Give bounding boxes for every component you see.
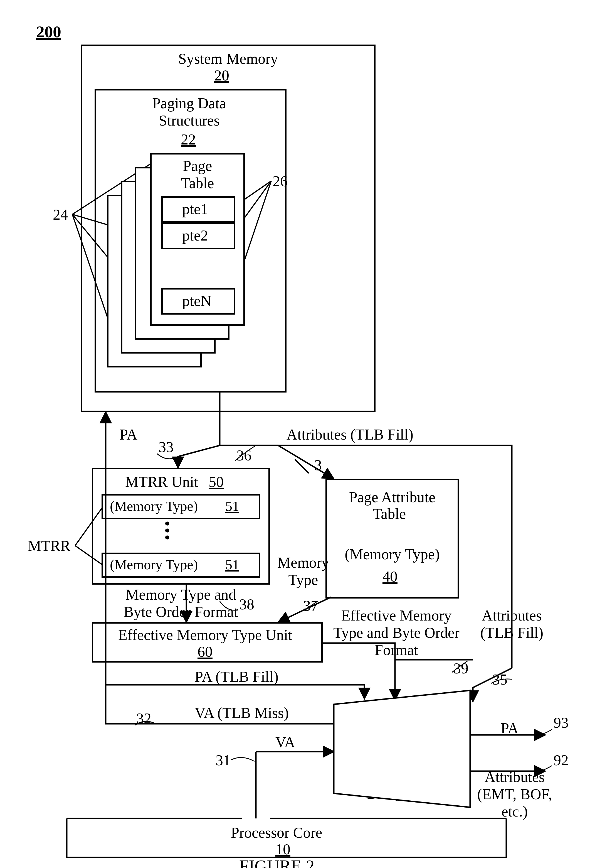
eff-mt-bof-label: Effective Memory Type and Byte Order For…	[331, 607, 462, 658]
mtrr-row-n-label: (Memory Type)	[110, 557, 198, 573]
proc-core-title: Processor Core	[231, 824, 322, 841]
pte1-label: pte1	[182, 201, 208, 218]
ref-26: 26	[272, 173, 288, 190]
emt-unit-title: Effective Memory Type Unit	[118, 626, 292, 644]
ref-34: 34	[384, 695, 399, 712]
pteN-label: pteN	[182, 292, 211, 310]
svg-line-8	[295, 459, 309, 473]
mtrr-row-1-ref: 51	[225, 498, 239, 514]
pa-label-left: PA	[119, 426, 137, 443]
figure-label: FIGURE 2	[239, 856, 314, 868]
tlb-body2: Attributes (EMT,	[343, 768, 447, 785]
ref-24: 24	[53, 206, 68, 223]
attr-tlb-fill-right: Attributes (TLB Fill)	[476, 607, 548, 641]
proc-core-ref: 10	[275, 841, 290, 858]
ref-35: 35	[492, 671, 507, 688]
ref-38: 38	[239, 596, 254, 613]
mtrr-row-n-ref: 51	[225, 557, 239, 573]
ref-3: 3	[314, 456, 322, 474]
attributes-tlb-fill-top: Attributes (TLB Fill)	[287, 426, 413, 443]
ref-36: 36	[236, 447, 252, 464]
ref-93: 93	[554, 714, 568, 731]
system-memory-ref: 20	[214, 67, 229, 84]
va-label: VA	[275, 734, 295, 751]
ref-33: 33	[159, 438, 174, 456]
pat-line2: Table	[373, 505, 406, 523]
va-tlb-miss-label: VA (TLB Miss)	[195, 704, 289, 722]
attr-out-label: Attributes (EMT, BOF, etc.)	[473, 768, 556, 820]
mtrr-side-label: MTRR	[28, 537, 71, 555]
paging-ds-title-text: Paging Data Structures	[152, 95, 226, 129]
mtrr-unit-title: MTRR Unit	[125, 473, 198, 490]
mtbof-label: Memory Type and Byte Order Format	[103, 586, 259, 620]
system-memory-title: System Memory	[172, 50, 284, 67]
tlb-body3: BOF, etc.)	[367, 785, 429, 802]
figure-ref: 200	[36, 22, 61, 41]
ref-32: 32	[136, 710, 151, 727]
tlb-body1: VA, PA,	[364, 751, 413, 769]
emt-unit-ref: 60	[197, 643, 212, 660]
mtrr-unit-ref: 50	[209, 473, 224, 490]
pte2-label: pte2	[182, 227, 208, 244]
pat-line3: (Memory Type)	[342, 546, 442, 563]
pat-line1: Page Attribute	[342, 489, 442, 506]
ref-39: 39	[454, 660, 468, 677]
paging-ds-ref: 22	[181, 131, 196, 148]
page-table-title: Page Table	[170, 157, 225, 192]
ref-92: 92	[554, 751, 568, 769]
mtrr-dots: •••	[158, 521, 177, 542]
tlb-ref: 30	[391, 729, 406, 747]
mtrr-row-1-label: (Memory Type)	[110, 498, 198, 514]
ref-37: 37	[303, 597, 318, 614]
mem-type-label: Memory Type	[275, 554, 331, 589]
paging-ds-title: Paging Data Structures	[134, 94, 245, 129]
pat-ref: 40	[383, 568, 398, 585]
pa-tlb-fill-label: PA (TLB Fill)	[195, 668, 278, 685]
tlb-title: TLB	[387, 713, 415, 730]
pa-out-label: PA	[501, 720, 518, 737]
ref-31: 31	[216, 751, 231, 769]
